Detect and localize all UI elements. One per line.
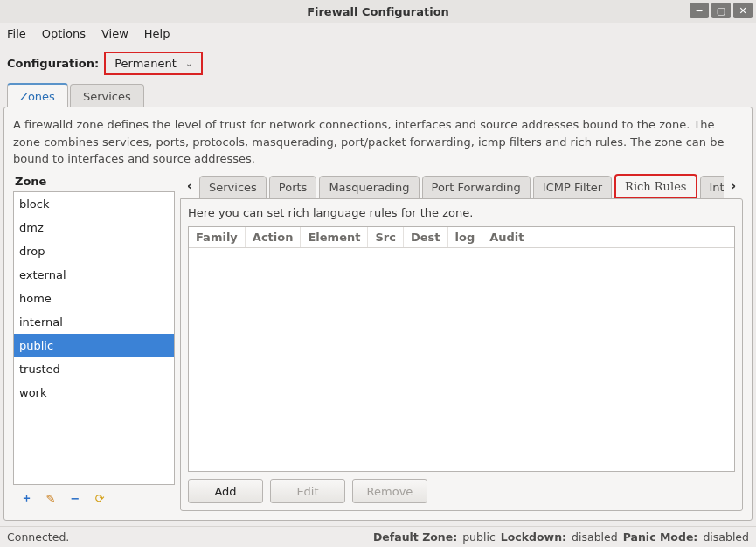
- close-button[interactable]: ✕: [733, 3, 753, 18]
- col-audit[interactable]: Audit: [482, 227, 734, 247]
- menu-help[interactable]: Help: [144, 27, 170, 40]
- status-lockdown-value: disabled: [572, 530, 618, 544]
- rich-rules-table-header: Family Action Element Src Dest log Audit: [189, 227, 734, 248]
- add-button[interactable]: Add: [188, 479, 263, 503]
- zone-column: Zone block dmz drop external home intern…: [13, 173, 175, 512]
- status-panic-value: disabled: [703, 530, 749, 544]
- zone-toolbar: ＋ ✎ − ⟳: [13, 485, 175, 511]
- firewall-config-window: Firewall Configuration ━ ▢ ✕ File Option…: [0, 0, 756, 547]
- status-bar: Connected. Default Zone: public Lockdown…: [0, 526, 756, 547]
- zones-description: A firewalld zone defines the level of tr…: [13, 116, 743, 168]
- window-title: Firewall Configuration: [307, 5, 449, 18]
- remove-zone-icon[interactable]: −: [67, 490, 83, 506]
- zone-item-home[interactable]: home: [14, 287, 174, 310]
- scroll-left-icon[interactable]: ‹: [180, 174, 199, 198]
- subtab-rich-rules[interactable]: Rich Rules: [614, 174, 697, 198]
- configuration-label: Configuration:: [7, 57, 99, 70]
- status-panic-label: Panic Mode:: [623, 530, 698, 544]
- menu-view[interactable]: View: [101, 27, 128, 40]
- col-action[interactable]: Action: [246, 227, 302, 247]
- configuration-value: Permanent: [114, 57, 177, 70]
- tab-services[interactable]: Services: [70, 84, 144, 107]
- subtab-services[interactable]: Services: [199, 176, 267, 198]
- sub-tab-row: ‹ Services Ports Masquerading Port Forwa…: [180, 173, 743, 199]
- detail-column: ‹ Services Ports Masquerading Port Forwa…: [180, 173, 743, 512]
- zone-item-dmz[interactable]: dmz: [14, 216, 174, 239]
- subtab-ports[interactable]: Ports: [269, 176, 317, 198]
- defaults-zone-icon[interactable]: ⟳: [92, 490, 108, 506]
- edit-button[interactable]: Edit: [270, 479, 345, 503]
- subtab-icmp-filter[interactable]: ICMP Filter: [533, 176, 612, 198]
- status-defzone-value: public: [462, 530, 496, 544]
- zone-area: Zone block dmz drop external home intern…: [13, 173, 743, 512]
- tab-zones[interactable]: Zones: [7, 83, 68, 107]
- col-src[interactable]: Src: [368, 227, 403, 247]
- zone-item-internal[interactable]: internal: [14, 310, 174, 334]
- main-tabs: Zones Services: [0, 80, 756, 107]
- zone-item-block[interactable]: block: [14, 192, 174, 216]
- rich-rules-buttons: Add Edit Remove: [188, 472, 735, 503]
- configuration-row: Configuration: Permanent ⌄: [0, 45, 756, 80]
- rich-rules-table-body: [189, 248, 734, 405]
- subtab-masquerading[interactable]: Masquerading: [319, 176, 419, 198]
- scroll-right-icon[interactable]: ›: [724, 174, 743, 198]
- title-bar: Firewall Configuration ━ ▢ ✕: [0, 0, 756, 23]
- add-zone-icon[interactable]: ＋: [18, 490, 34, 506]
- maximize-button[interactable]: ▢: [711, 3, 731, 18]
- rich-rules-table[interactable]: Family Action Element Src Dest log Audit: [188, 226, 735, 473]
- status-lockdown-label: Lockdown:: [501, 530, 566, 544]
- window-buttons: ━ ▢ ✕: [690, 3, 753, 18]
- subtab-port-forwarding[interactable]: Port Forwarding: [422, 176, 531, 198]
- zone-label: Zone: [13, 173, 175, 191]
- sub-tabs: Services Ports Masquerading Port Forward…: [199, 173, 724, 198]
- status-connected: Connected.: [7, 530, 69, 544]
- minimize-button[interactable]: ━: [690, 3, 709, 18]
- col-element[interactable]: Element: [301, 227, 368, 247]
- zones-panel: A firewalld zone defines the level of tr…: [3, 107, 753, 521]
- menu-file[interactable]: File: [7, 27, 26, 40]
- rich-rules-description: Here you can set rich language rules for…: [188, 206, 735, 219]
- rich-rules-panel: Here you can set rich language rules for…: [180, 198, 743, 512]
- zone-item-work[interactable]: work: [14, 381, 174, 405]
- menu-bar: File Options View Help: [0, 23, 756, 45]
- status-right: Default Zone: public Lockdown: disabled …: [373, 530, 749, 544]
- zone-list[interactable]: block dmz drop external home internal pu…: [13, 191, 175, 486]
- zone-item-public[interactable]: public: [14, 334, 174, 357]
- col-log[interactable]: log: [448, 227, 483, 247]
- edit-zone-icon[interactable]: ✎: [43, 490, 59, 506]
- col-dest[interactable]: Dest: [404, 227, 448, 247]
- col-family[interactable]: Family: [189, 227, 246, 247]
- remove-button[interactable]: Remove: [352, 479, 427, 503]
- status-defzone-label: Default Zone:: [373, 530, 457, 544]
- zone-item-trusted[interactable]: trusted: [14, 357, 174, 381]
- zone-item-drop[interactable]: drop: [14, 239, 174, 263]
- chevron-down-icon: ⌄: [185, 59, 192, 68]
- configuration-select[interactable]: Permanent ⌄: [104, 52, 203, 75]
- zone-item-external[interactable]: external: [14, 263, 174, 287]
- subtab-interfaces[interactable]: Interfaces: [700, 176, 724, 198]
- menu-options[interactable]: Options: [42, 27, 86, 40]
